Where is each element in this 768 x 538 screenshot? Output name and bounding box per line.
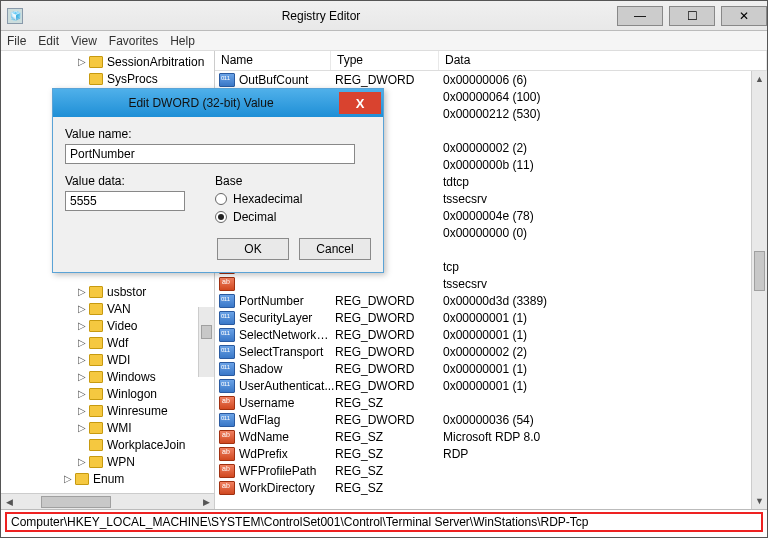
value-type: REG_SZ (335, 430, 443, 444)
scroll-left-icon[interactable]: ◀ (1, 495, 17, 509)
expand-icon[interactable]: ▷ (75, 371, 89, 382)
tree-item[interactable]: ▷usbstor (1, 283, 214, 300)
maximize-button[interactable]: ☐ (669, 6, 715, 26)
expand-icon[interactable]: ▷ (75, 286, 89, 297)
scroll-thumb[interactable] (754, 251, 765, 291)
list-item[interactable]: WFProfilePathREG_SZ (215, 462, 767, 479)
tree-item-label: Windows (107, 370, 156, 384)
tree-item[interactable]: ▷WPN (1, 453, 214, 470)
tree-item[interactable]: ▷Winresume (1, 402, 214, 419)
tree-item[interactable]: ▷Winlogon (1, 385, 214, 402)
menu-view[interactable]: View (71, 34, 97, 48)
cancel-button[interactable]: Cancel (299, 238, 371, 260)
tree-item-label: SysProcs (107, 72, 158, 86)
scroll-down-icon[interactable]: ▼ (752, 493, 767, 509)
base-dec-radio[interactable]: Decimal (215, 210, 302, 224)
expand-icon[interactable]: ▷ (75, 320, 89, 331)
list-scrollbar-v[interactable]: ▲ ▼ (751, 71, 767, 509)
list-item[interactable]: WdPrefixREG_SZRDP (215, 445, 767, 462)
value-name: SelectTransport (239, 345, 335, 359)
tree-item-label: WPN (107, 455, 135, 469)
tree-scrollbar-v[interactable] (198, 307, 214, 377)
list-item[interactable]: WdNameREG_SZMicrosoft RDP 8.0 (215, 428, 767, 445)
expand-icon[interactable]: ▷ (75, 56, 89, 67)
tree-item[interactable]: WorkplaceJoin (1, 436, 214, 453)
value-name: Username (239, 396, 335, 410)
expand-icon[interactable]: ▷ (75, 303, 89, 314)
string-icon (219, 277, 235, 291)
list-item[interactable]: SelectTransportREG_DWORD0x00000002 (2) (215, 343, 767, 360)
folder-icon (89, 422, 103, 434)
expand-icon[interactable]: ▷ (75, 354, 89, 365)
value-name: WdPrefix (239, 447, 335, 461)
value-data-input[interactable] (65, 191, 185, 211)
edit-dword-dialog: Edit DWORD (32-bit) Value X Value name: … (52, 88, 384, 273)
list-item[interactable]: UsernameREG_SZ (215, 394, 767, 411)
scroll-up-icon[interactable]: ▲ (752, 71, 767, 87)
value-data: tssecsrv (443, 192, 767, 206)
list-item[interactable]: WorkDirectoryREG_SZ (215, 479, 767, 496)
close-button[interactable]: ✕ (721, 6, 767, 26)
value-name-input[interactable] (65, 144, 355, 164)
scroll-thumb[interactable] (41, 496, 111, 508)
expand-icon[interactable]: ▷ (75, 422, 89, 433)
tree-item[interactable]: ▷Windows (1, 368, 214, 385)
value-type: REG_DWORD (335, 294, 443, 308)
expand-icon[interactable] (75, 439, 89, 450)
tree-item-label: usbstor (107, 285, 146, 299)
tree-item[interactable]: ▷Enum (1, 470, 214, 487)
minimize-button[interactable]: — (617, 6, 663, 26)
list-item[interactable]: tssecsrv (215, 275, 767, 292)
tree-item-label: WMI (107, 421, 132, 435)
list-item[interactable]: ShadowREG_DWORD0x00000001 (1) (215, 360, 767, 377)
value-data: 0x0000004e (78) (443, 209, 767, 223)
string-icon (219, 447, 235, 461)
dialog-close-button[interactable]: X (339, 92, 381, 114)
base-hex-radio[interactable]: Hexadecimal (215, 192, 302, 206)
value-data: tssecsrv (443, 277, 767, 291)
list-item[interactable]: UserAuthenticat...REG_DWORD0x00000001 (1… (215, 377, 767, 394)
tree-item[interactable]: ▷Wdf (1, 334, 214, 351)
menu-favorites[interactable]: Favorites (109, 34, 158, 48)
col-header-type[interactable]: Type (331, 51, 439, 70)
dialog-titlebar[interactable]: Edit DWORD (32-bit) Value X (53, 89, 383, 117)
tree-item[interactable]: ▷SessionArbitration (1, 53, 214, 70)
list-item[interactable]: PortNumberREG_DWORD0x00000d3d (3389) (215, 292, 767, 309)
tree-scrollbar-h[interactable]: ◀ ▶ (1, 493, 214, 509)
tree-item[interactable]: ▷WMI (1, 419, 214, 436)
col-header-data[interactable]: Data (439, 51, 767, 70)
tree-item-label: Winlogon (107, 387, 157, 401)
expand-icon[interactable]: ▷ (61, 473, 75, 484)
expand-icon[interactable]: ▷ (75, 405, 89, 416)
value-data: RDP (443, 447, 767, 461)
col-header-name[interactable]: Name (215, 51, 331, 70)
scroll-right-icon[interactable]: ▶ (198, 495, 214, 509)
expand-icon[interactable] (75, 73, 89, 84)
value-data: 0x00000001 (1) (443, 379, 767, 393)
list-item[interactable]: SelectNetworkD...REG_DWORD0x00000001 (1) (215, 326, 767, 343)
tree-item[interactable]: ▷WDI (1, 351, 214, 368)
expand-icon[interactable]: ▷ (75, 456, 89, 467)
expand-icon[interactable]: ▷ (75, 388, 89, 399)
menu-edit[interactable]: Edit (38, 34, 59, 48)
folder-icon (89, 405, 103, 417)
menu-file[interactable]: File (7, 34, 26, 48)
tree-item[interactable]: ▷VAN (1, 300, 214, 317)
value-data: 0x0000000b (11) (443, 158, 767, 172)
ok-button[interactable]: OK (217, 238, 289, 260)
value-data-label: Value data: (65, 174, 215, 188)
registry-path: Computer\HKEY_LOCAL_MACHINE\SYSTEM\Contr… (5, 512, 763, 532)
tree-item-label: VAN (107, 302, 131, 316)
list-header[interactable]: Name Type Data (215, 51, 767, 71)
value-data: 0x00000002 (2) (443, 345, 767, 359)
value-data: 0x00000000 (0) (443, 226, 767, 240)
value-data: Microsoft RDP 8.0 (443, 430, 767, 444)
list-item[interactable]: OutBufCountREG_DWORD0x00000006 (6) (215, 71, 767, 88)
list-item[interactable]: WdFlagREG_DWORD0x00000036 (54) (215, 411, 767, 428)
tree-item[interactable]: ▷Video (1, 317, 214, 334)
list-item[interactable]: SecurityLayerREG_DWORD0x00000001 (1) (215, 309, 767, 326)
tree-item-label: WDI (107, 353, 130, 367)
menu-help[interactable]: Help (170, 34, 195, 48)
tree-item[interactable]: SysProcs (1, 70, 214, 87)
expand-icon[interactable]: ▷ (75, 337, 89, 348)
